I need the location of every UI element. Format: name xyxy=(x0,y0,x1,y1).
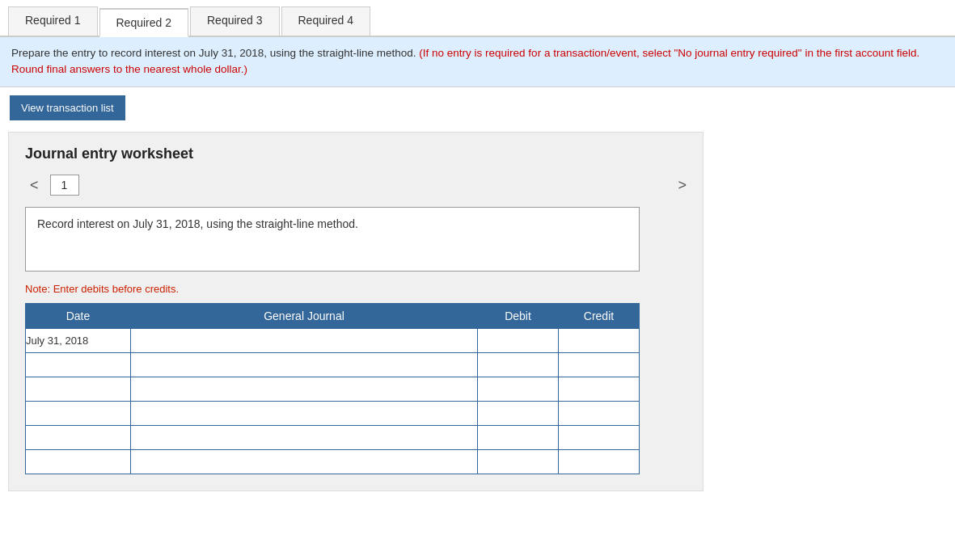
instructions-box: Prepare the entry to record interest on … xyxy=(0,37,955,87)
credit-input[interactable] xyxy=(559,450,639,474)
page-number: 1 xyxy=(50,175,79,196)
debit-cell[interactable] xyxy=(478,377,559,401)
view-transaction-button[interactable]: View transaction list xyxy=(10,95,125,120)
prev-page-button[interactable]: < xyxy=(25,174,44,197)
journal-input[interactable] xyxy=(131,353,477,377)
credit-cell[interactable] xyxy=(559,425,640,449)
journal-cell[interactable] xyxy=(131,377,478,401)
description-box: Record interest on July 31, 2018, using … xyxy=(25,207,640,272)
table-row xyxy=(26,401,640,425)
credit-cell[interactable] xyxy=(559,401,640,425)
col-header-debit: Debit xyxy=(478,303,559,328)
date-input[interactable] xyxy=(26,426,130,449)
journal-input[interactable] xyxy=(131,329,477,352)
journal-input[interactable] xyxy=(131,402,477,425)
credit-input[interactable] xyxy=(559,329,639,352)
tabs-container: Required 1 Required 2 Required 3 Require… xyxy=(0,0,955,37)
tab-required2[interactable]: Required 2 xyxy=(99,8,189,37)
tab-required4[interactable]: Required 4 xyxy=(281,6,371,36)
table-row xyxy=(26,425,640,449)
debit-cell[interactable] xyxy=(478,401,559,425)
journal-table: Date General Journal Debit Credit July 3… xyxy=(25,303,640,474)
debit-input[interactable] xyxy=(478,426,558,449)
table-row xyxy=(26,352,640,377)
date-input[interactable] xyxy=(26,450,130,474)
date-cell[interactable] xyxy=(26,377,131,401)
credit-input[interactable] xyxy=(559,402,639,425)
date-cell[interactable] xyxy=(26,425,131,449)
debit-cell[interactable] xyxy=(478,449,559,474)
journal-cell[interactable] xyxy=(131,352,478,377)
instructions-main-text: Prepare the entry to record interest on … xyxy=(11,47,416,59)
col-header-journal: General Journal xyxy=(131,303,478,328)
debit-cell[interactable] xyxy=(478,352,559,377)
tab-required1[interactable]: Required 1 xyxy=(8,6,98,36)
credit-input[interactable] xyxy=(559,377,639,401)
credit-cell[interactable] xyxy=(559,449,640,474)
debit-cell[interactable] xyxy=(478,328,559,352)
debit-input[interactable] xyxy=(478,450,558,474)
date-cell[interactable] xyxy=(26,449,131,474)
journal-cell[interactable] xyxy=(131,449,478,474)
tab-required3[interactable]: Required 3 xyxy=(190,6,280,36)
note-text: Note: Enter debits before credits. xyxy=(25,283,687,295)
credit-input[interactable] xyxy=(559,353,639,377)
credit-cell[interactable] xyxy=(559,377,640,401)
journal-input[interactable] xyxy=(131,426,477,449)
date-input[interactable] xyxy=(26,353,130,377)
debit-cell[interactable] xyxy=(478,425,559,449)
date-cell: July 31, 2018 xyxy=(26,328,131,352)
journal-input[interactable] xyxy=(131,377,477,401)
table-row xyxy=(26,377,640,401)
credit-cell[interactable] xyxy=(559,328,640,352)
date-input[interactable] xyxy=(26,402,130,425)
credit-input[interactable] xyxy=(559,426,639,449)
worksheet-container: Journal entry worksheet < 1 > Record int… xyxy=(8,132,704,491)
journal-input[interactable] xyxy=(131,450,477,474)
date-input[interactable] xyxy=(26,377,130,401)
journal-cell[interactable] xyxy=(131,401,478,425)
credit-cell[interactable] xyxy=(559,352,640,377)
debit-input[interactable] xyxy=(478,329,558,352)
table-row xyxy=(26,449,640,474)
nav-left: < 1 xyxy=(25,174,79,197)
col-header-date: Date xyxy=(26,303,131,328)
date-cell[interactable] xyxy=(26,352,131,377)
table-row: July 31, 2018 xyxy=(26,328,640,352)
date-cell[interactable] xyxy=(26,401,131,425)
journal-cell[interactable] xyxy=(131,328,478,352)
worksheet-title: Journal entry worksheet xyxy=(25,145,687,162)
journal-cell[interactable] xyxy=(131,425,478,449)
next-page-button[interactable]: > xyxy=(678,177,687,194)
col-header-credit: Credit xyxy=(559,303,640,328)
nav-row: < 1 > xyxy=(25,174,687,197)
debit-input[interactable] xyxy=(478,377,558,401)
debit-input[interactable] xyxy=(478,402,558,425)
debit-input[interactable] xyxy=(478,353,558,377)
